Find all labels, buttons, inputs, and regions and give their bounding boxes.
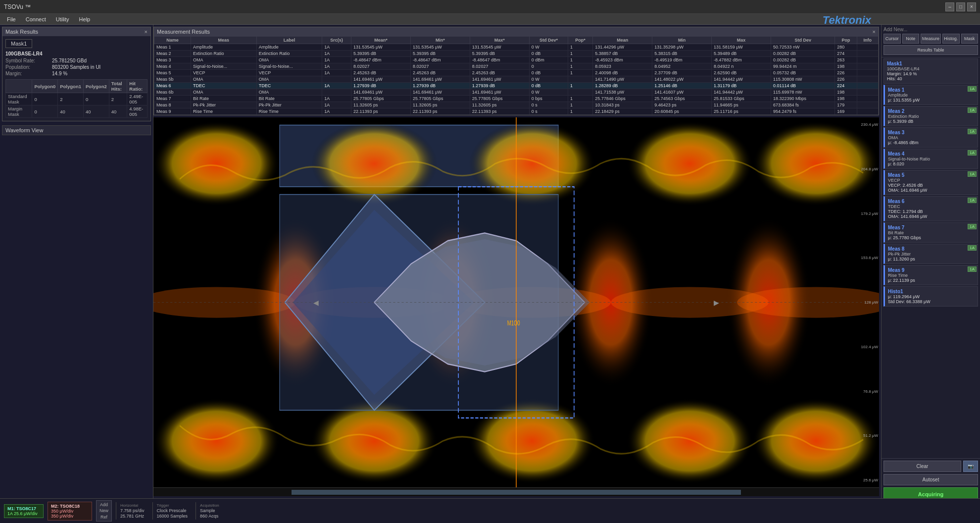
waveform-display[interactable]: M1O0 ◀ ▶ 230.4 μW204.8 μW179.2 μW153.6 μ… <box>153 117 879 487</box>
meas-right-label: Histo1 <box>888 289 975 294</box>
mask-name-box[interactable]: Mask1 <box>5 39 32 48</box>
meas-row-1: Meas 2Extinction RatioExtinction Ratio1A… <box>154 51 879 57</box>
y-label: 230.4 μW <box>861 122 878 127</box>
mask-mg-p1: 40 <box>58 105 84 118</box>
clear-button[interactable]: Clear <box>883 461 961 472</box>
meas-badge: 1A <box>968 129 977 134</box>
menu-utility[interactable]: Utility <box>51 15 74 23</box>
maximize-btn[interactable]: □ <box>956 2 965 11</box>
mask-margin-label: Margin Mask <box>6 105 32 118</box>
mask-info-right-hits: Hits: 40 <box>887 76 975 81</box>
mask-btn[interactable]: Mask <box>961 34 979 44</box>
add-new-label: Add New... <box>883 27 978 32</box>
mask-th-polygon0: Polygon0 <box>32 80 58 93</box>
meas-header-row: NameMeasLabelSrc(s)Mean*Min*Max*Std Dev*… <box>154 37 879 44</box>
mask-population-row: Population: 803200 Samples in UI <box>5 64 147 70</box>
meas-row-8: Meas 7Bit RateBit Rate1A25.77805 Gbps25.… <box>154 96 879 102</box>
y-label: 102.4 μW <box>861 345 878 349</box>
right-meas-item-6[interactable]: Meas 7Bit Rateμ: 25.7780 Gbps1A <box>883 222 978 243</box>
tektronix-logo: Tektronix <box>823 14 871 27</box>
add-ref-btn[interactable]: AddNewRef <box>96 500 112 522</box>
mask-mg-total: 40 <box>109 105 127 118</box>
menu-file[interactable]: File <box>2 15 21 23</box>
meas-row-9: Meas 8Pk-Pk JitterPk-Pk Jitter1A11.32605… <box>154 102 879 108</box>
meas-right-label: Meas 7 <box>888 225 975 230</box>
ch1-name: M1: TSO8C17 <box>7 506 40 511</box>
meas-col-13: Pop <box>835 37 857 44</box>
right-meas-item-1[interactable]: Meas 2Extinction Ratioμ: 5.3939 dB1A <box>883 106 978 126</box>
meas-row-0: Meas 1AmplitudeAmplitude1A131.53545 μW13… <box>154 44 879 51</box>
population-value: 803200 Samples in UI <box>52 64 100 70</box>
meas-right-label: Meas 4 <box>888 151 975 157</box>
right-panel: Add New... Cursor Note Measure Histog. M… <box>881 25 980 503</box>
app-title: TSOVu ™ <box>4 3 945 10</box>
meas-right-type: Extinction Ratio <box>888 114 975 119</box>
results-table-btn[interactable]: Results Table <box>883 45 978 55</box>
meas-col-11: Max <box>712 37 771 44</box>
mask-mg-ratio: 4.98E-005 <box>127 105 147 118</box>
right-meas-item-5[interactable]: Meas 6TDECTDEC: 1.2794 dB OMA: 141.6946 … <box>883 196 978 221</box>
trigger-val2: 16000 Samples <box>157 514 188 519</box>
meas-col-2: Label <box>256 37 322 44</box>
right-meas-item-7[interactable]: Meas 8Pk-Pk Jitterμ: 11.3260 ps1A <box>883 244 978 264</box>
meas-col-1: Meas <box>191 37 257 44</box>
y-label: 128 μW <box>861 300 878 305</box>
mask-info-right-label: Mask1 <box>887 61 975 66</box>
menu-connect[interactable]: Connect <box>21 15 51 23</box>
meas-right-label: Meas 6 <box>888 199 975 204</box>
right-meas-item-3[interactable]: Meas 4Signal-to-Noise Ratioμ: 8.0201A <box>883 149 978 169</box>
right-panel-scroll: Mask1 100GBASE-LR4 Margin: 14.9 % Hits: … <box>882 57 980 458</box>
meas-col-4: Mean* <box>351 37 410 44</box>
measure-btn[interactable]: Measure <box>921 34 941 44</box>
note-btn[interactable]: Note <box>902 34 920 44</box>
mask-info-right[interactable]: Mask1 100GBASE-LR4 Margin: 14.9 % Hits: … <box>883 58 978 84</box>
ch1-info[interactable]: M1: TSO8C17 1A 25.6 μW/div <box>4 504 44 518</box>
timeline-scroll-bar[interactable] <box>292 490 741 495</box>
meas-col-12: Std Dev <box>771 37 835 44</box>
right-meas-item-2[interactable]: Meas 3OMAμ: -8.4865 dBm1A <box>883 127 978 148</box>
menu-help[interactable]: Help <box>74 15 96 23</box>
meas-results-close[interactable]: × <box>873 29 876 35</box>
meas-badge: 1A <box>968 198 977 203</box>
histog-btn[interactable]: Histog. <box>942 34 960 44</box>
trigger-val1: Clock Prescale <box>157 508 188 513</box>
right-meas-item-0[interactable]: Meas 1Amplitudeμ: 131.5355 μW1A <box>883 85 978 105</box>
mask-results-panel: Mask Results × Mask1 100GBASE-LR4 Symbol… <box>2 27 151 121</box>
meas-col-6: Max* <box>470 37 529 44</box>
right-meas-item-4[interactable]: Meas 5VECPVECP: 2.4526 dB OMA: 141.6946 … <box>883 170 978 195</box>
y-axis-labels: 230.4 μW204.8 μW179.2 μW153.6 μW128 μW10… <box>861 117 878 487</box>
meas-row-3: Meas 4Signal-to-Noise...Signal-to-Noise.… <box>154 63 879 70</box>
mask-symbol-rate-row: Symbol Rate: 25.781250 GBd <box>5 58 147 63</box>
ch2-name: M2: TSO8C18 <box>51 504 89 509</box>
meas-col-7: Std Dev* <box>529 37 568 44</box>
autoset-button[interactable]: Autoset <box>883 474 978 485</box>
svg-point-6 <box>753 121 879 206</box>
meas-results-header: Measurement Results × <box>154 27 879 36</box>
meas-right-label: Meas 3 <box>888 130 975 135</box>
right-arrow-marker: ▶ <box>714 299 719 307</box>
ch2-info[interactable]: M2: TSO8C18 350 μW/div 350 μW/div <box>48 502 92 521</box>
cursor-btn[interactable]: Cursor <box>883 34 901 44</box>
meas-right-type: Bit Rate <box>888 230 975 235</box>
mask-info-right-margin: Margin: 14.9 % <box>887 71 975 76</box>
right-meas-item-8[interactable]: Meas 9Rise Timeμ: 22.1139 ps1A <box>883 265 978 285</box>
meas-col-5: Min* <box>410 37 470 44</box>
population-label: Population: <box>5 64 50 70</box>
y-label: 25.6 μW <box>861 478 878 482</box>
icon-camera-btn[interactable]: 📷 <box>963 461 978 472</box>
close-btn[interactable]: × <box>967 2 976 11</box>
minimize-btn[interactable]: – <box>945 2 954 11</box>
ch2-line1: 350 μW/div <box>51 509 89 514</box>
meas-right-type: VECP <box>888 178 975 183</box>
svg-point-3 <box>311 121 438 206</box>
trigger-section: Trigger Clock Prescale 16000 Samples <box>152 502 192 520</box>
mask-std-p0: 0 <box>32 93 58 105</box>
mask-info-right-standard: 100GBASE-LR4 <box>887 66 975 71</box>
mask-std-p2: 0 <box>84 93 109 105</box>
mask-results-close[interactable]: × <box>145 29 147 35</box>
right-meas-item-9[interactable]: Histo1μ: 119.2964 μW Std Dev: 66.3388 μW <box>883 286 978 307</box>
meas-right-value: μ: 11.3260 ps <box>888 257 975 262</box>
timeline-wrapper[interactable] <box>153 487 879 496</box>
symbol-rate-value: 25.781250 GBd <box>52 58 87 63</box>
meas-badge: 1A <box>968 266 977 272</box>
